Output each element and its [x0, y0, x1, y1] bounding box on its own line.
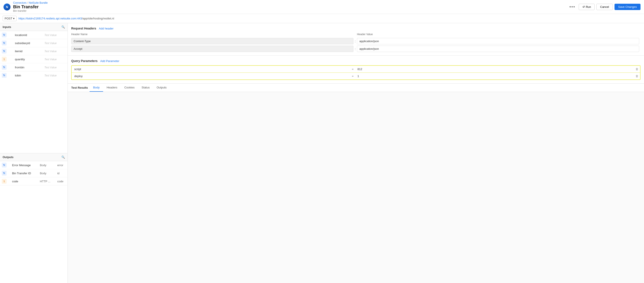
outputs-header: Outputs 🔍 — [0, 153, 68, 161]
field-name-3: quantity — [13, 55, 42, 63]
field-name-1: subsidiaryId — [13, 39, 42, 47]
output-row-2: 1 code HTTP ... code — [0, 177, 68, 186]
param-key-1: deploy — [72, 73, 350, 80]
param-eq-1: = — [350, 73, 355, 80]
left-panel: Inputs 🔍 Tr locationId Test Value Tr sub… — [0, 23, 68, 283]
type-badge-1: Tr — [2, 40, 6, 46]
top-nav: N Connectors / NetSuite Bundle Bin Trans… — [0, 0, 644, 14]
input-row-5: Tr tobin Test Value — [0, 72, 68, 80]
param-row-0: script = 812 🗑 — [72, 66, 640, 73]
inputs-header: Inputs 🔍 — [0, 23, 68, 31]
header-value-input-1[interactable] — [357, 46, 639, 52]
outputs-table: Tr Error Message Body error Tr Bin Trans… — [0, 161, 68, 186]
test-results-label: Test Results — [71, 84, 88, 92]
tab-outputs[interactable]: Outputs — [153, 84, 170, 92]
output-name-2: code — [10, 177, 38, 186]
add-header-link[interactable]: Add header — [99, 27, 114, 30]
output-name-0: Error Message — [10, 161, 38, 169]
output-type-badge-1: Tr — [2, 171, 6, 176]
app-icon: N — [4, 4, 10, 10]
params-box: script = 812 🗑 deploy = 1 🗑 — [71, 65, 640, 80]
colon-1: : — [355, 47, 356, 51]
right-panel: Request Headers Add header Header Name H… — [68, 23, 644, 283]
query-parameters-title: Query Parameters — [71, 59, 98, 63]
input-row-1: Tr subsidiaryId Test Value — [0, 39, 68, 47]
method-select[interactable]: POST ▾ — [2, 16, 16, 21]
field-name-4: frombin — [13, 63, 42, 72]
save-button[interactable]: Save Changes — [614, 4, 640, 10]
inputs-table: Tr locationId Test Value Tr subsidiaryId… — [0, 31, 68, 79]
breadcrumb-connectors[interactable]: Connectors — [13, 1, 26, 4]
tab-headers[interactable]: Headers — [103, 84, 121, 92]
param-eq-0: = — [350, 66, 355, 72]
output-path-2: code — [56, 177, 68, 186]
title-block: Connectors / NetSuite Bundle Bin Transfe… — [13, 1, 48, 12]
url-display: https://tstdrv2169174.restlets.api.netsu… — [18, 17, 114, 20]
type-badge-4: Tr — [2, 65, 6, 70]
test-results-header: Test Results Body Headers Cookies Status… — [68, 84, 644, 92]
url-rest-part: /app/site/hosting/restlet.nl — [82, 17, 114, 20]
output-source-0: Body — [38, 161, 56, 169]
cancel-button[interactable]: Cancel — [596, 4, 612, 10]
input-row-2: Tr itemid Test Value — [0, 47, 68, 55]
url-blue-part: https://tstdrv2169174.restlets.api.netsu… — [18, 17, 82, 20]
request-headers-section: Request Headers Add header Header Name H… — [68, 23, 644, 56]
input-row-4: Tr frombin Test Value — [0, 63, 68, 72]
inputs-section: Inputs 🔍 Tr locationId Test Value Tr sub… — [0, 23, 68, 153]
output-source-2: HTTP ... — [38, 177, 56, 186]
method-label: POST — [4, 17, 12, 20]
output-name-1: Bin Transfer ID — [10, 169, 38, 177]
run-button[interactable]: ↺ Run — [579, 4, 595, 10]
query-parameters-section: Query Parameters Add Parameter script = … — [68, 56, 644, 84]
test-results-section: Test Results Body Headers Cookies Status… — [68, 84, 644, 283]
header-name-input-1[interactable] — [71, 46, 354, 52]
inputs-search-icon[interactable]: 🔍 — [62, 25, 65, 28]
output-type-badge-0: Tr — [2, 163, 6, 168]
header-name-input-0[interactable] — [71, 38, 354, 44]
output-path-1: id — [56, 169, 68, 177]
request-headers-header: Request Headers Add header — [71, 27, 640, 30]
test-value-0: Test Value — [44, 34, 56, 37]
test-value-1: Test Value — [44, 42, 56, 45]
header-name-col: Header Name — [71, 33, 354, 37]
page-subtitle: Bin transfer — [13, 10, 48, 12]
main-layout: Inputs 🔍 Tr locationId Test Value Tr sub… — [0, 23, 644, 283]
input-row-0: Tr locationId Test Value — [0, 31, 68, 39]
add-parameter-link[interactable]: Add Parameter — [100, 60, 119, 63]
tab-status[interactable]: Status — [138, 84, 153, 92]
tab-cookies[interactable]: Cookies — [121, 84, 138, 92]
header-value-input-0[interactable] — [357, 38, 639, 44]
query-parameters-header: Query Parameters Add Parameter — [71, 59, 640, 63]
type-badge-3: 1 — [2, 57, 6, 62]
outputs-title: Outputs — [2, 156, 14, 159]
header-value-col: Header Value — [357, 33, 639, 37]
type-badge-0: Tr — [2, 32, 6, 37]
run-icon: ↺ — [582, 5, 585, 8]
breadcrumb-bundle[interactable]: NetSuite Bundle — [28, 1, 48, 4]
type-badge-2: Tr — [2, 49, 6, 54]
outputs-search-icon[interactable]: 🔍 — [62, 156, 65, 159]
breadcrumb: Connectors / NetSuite Bundle — [13, 1, 48, 4]
url-bar: POST ▾ https://tstdrv2169174.restlets.ap… — [0, 14, 644, 23]
outputs-section: Outputs 🔍 Tr Error Message Body error Tr… — [0, 153, 68, 283]
test-value-4: Test Value — [44, 66, 56, 69]
output-row-0: Tr Error Message Body error — [0, 161, 68, 169]
param-key-0: script — [72, 66, 350, 72]
field-name-2: itemid — [13, 47, 42, 55]
inputs-title: Inputs — [2, 25, 11, 28]
colon-0: : — [355, 40, 356, 43]
nav-left: N Connectors / NetSuite Bundle Bin Trans… — [4, 1, 48, 12]
param-delete-1[interactable]: 🗑 — [634, 73, 640, 80]
chevron-down-icon: ▾ — [13, 17, 15, 20]
param-val-1: 1 — [355, 73, 634, 80]
tab-body[interactable]: Body — [90, 84, 103, 92]
more-button[interactable]: ••• — [568, 4, 577, 10]
output-path-0: error — [56, 161, 68, 169]
output-source-1: Body — [38, 169, 56, 177]
param-delete-0[interactable]: 🗑 — [634, 66, 640, 72]
test-results-tabs: Test Results Body Headers Cookies Status… — [71, 84, 640, 92]
output-type-badge-2: 1 — [2, 179, 6, 184]
test-value-2: Test Value — [44, 50, 56, 53]
field-name-5: tobin — [13, 72, 42, 80]
test-results-body — [68, 92, 644, 283]
